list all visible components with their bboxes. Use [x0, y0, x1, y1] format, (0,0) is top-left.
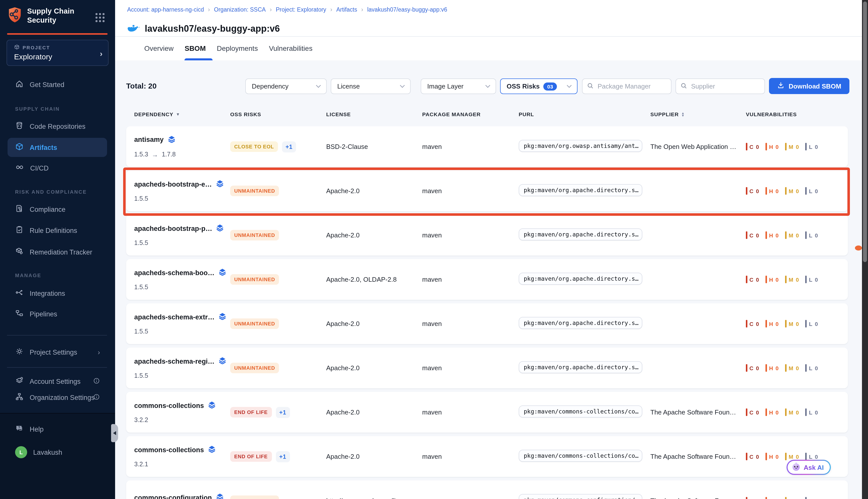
- license-filter-dropdown[interactable]: License: [331, 78, 411, 94]
- layers-icon[interactable]: [208, 401, 216, 410]
- layers-icon[interactable]: [168, 135, 175, 144]
- table-row[interactable]: commons-collections 3.2.1 END OF LIFE+1 …: [126, 436, 848, 477]
- table-row[interactable]: commons-configuration UNMAINTAINED http:…: [126, 480, 848, 499]
- repository-icon: [15, 121, 24, 131]
- breadcrumb-organization[interactable]: Organization: SSCA: [214, 7, 266, 13]
- svg-text:?: ?: [18, 426, 20, 429]
- ask-ai-button[interactable]: Ask AI: [787, 460, 831, 475]
- filter-count-badge: 03: [543, 82, 557, 90]
- column-dependency[interactable]: DEPENDENCY▼: [134, 111, 230, 117]
- severity-medium-count: M0: [785, 143, 799, 150]
- severity-high-count: H0: [766, 320, 779, 328]
- purl-pill[interactable]: pkg:maven/org.apache.directory.s…: [519, 228, 642, 240]
- tab-sbom[interactable]: SBOM: [185, 44, 206, 52]
- layers-icon[interactable]: [208, 445, 216, 454]
- purl-pill[interactable]: pkg:maven/org.apache.directory.s…: [519, 317, 642, 329]
- breadcrumb-project[interactable]: Project: Exploratory: [276, 7, 326, 13]
- purl-pill[interactable]: pkg:maven/commons-collections/co…: [519, 405, 642, 417]
- dependency-cell: commons-configuration: [134, 493, 230, 499]
- risk-badge-unmaintained: UNMAINTAINED: [230, 318, 279, 329]
- purl-pill[interactable]: pkg:maven/org.owasp.antisamy/ant…: [519, 139, 642, 152]
- purl-pill[interactable]: pkg:maven/commons-configuration/…: [519, 494, 642, 499]
- sidebar-item-rule-definitions[interactable]: Rule Definitions: [8, 221, 107, 240]
- column-supplier[interactable]: SUPPLIER▲▼: [650, 111, 746, 117]
- vulnerabilities-cell: C0H0M0L0: [746, 187, 848, 195]
- purl-pill[interactable]: pkg:maven/org.apache.directory.s…: [519, 272, 642, 284]
- layers-icon[interactable]: [219, 312, 226, 321]
- dependency-filter-dropdown[interactable]: Dependency: [245, 78, 327, 94]
- severity-low-count: L0: [805, 453, 818, 460]
- sidebar-item-compliance[interactable]: Compliance: [8, 200, 107, 219]
- layers-icon[interactable]: [216, 493, 223, 499]
- sidebar-item-artifacts[interactable]: Artifacts: [8, 138, 107, 157]
- risk-badge-more[interactable]: +1: [282, 141, 296, 152]
- severity-low-count: L0: [805, 231, 818, 239]
- help-chat-icon: ?: [15, 424, 24, 434]
- table-row[interactable]: apacheds-schema-extr… 1.5.5 UNMAINTAINED…: [126, 303, 848, 344]
- tab-vulnerabilities[interactable]: Vulnerabilities: [269, 44, 312, 52]
- chevron-down-icon: [485, 85, 491, 88]
- vulnerabilities-cell: C0H0M0L0: [746, 276, 848, 283]
- sidebar-item-organization-settings[interactable]: Organization Settings: [8, 388, 107, 407]
- sidebar-item-remediation-tracker[interactable]: Remediation Tracker: [8, 242, 107, 261]
- chevron-down-icon: [400, 85, 405, 88]
- scrollbar-track[interactable]: [862, 0, 868, 499]
- risk-badge-more[interactable]: +1: [276, 451, 290, 462]
- oss-risks-cell: CLOSE TO EOL+1: [230, 141, 326, 152]
- risk-badge-more[interactable]: +1: [276, 407, 290, 418]
- sidebar-item-integrations[interactable]: Integrations: [8, 284, 107, 303]
- sidebar-item-code-repositories[interactable]: Code Repositories: [8, 117, 107, 136]
- purl-pill[interactable]: pkg:maven/org.apache.directory.s…: [519, 184, 642, 196]
- project-selector[interactable]: PROJECT Exploratory ›: [7, 40, 109, 66]
- download-sbom-button[interactable]: Download SBOM: [769, 78, 850, 94]
- table-row[interactable]: apacheds-bootstrap-e… 1.5.5 UNMAINTAINED…: [126, 171, 848, 211]
- dependency-version: 1.5.5: [134, 328, 230, 335]
- dependency-name: commons-collections: [134, 402, 204, 409]
- severity-critical-count: C0: [746, 231, 759, 239]
- cube-icon: [14, 44, 20, 51]
- sidebar: Supply Chain Security PROJECT Explorator…: [0, 0, 115, 499]
- breadcrumb: Account: app-harness-ng-cicd› Organizati…: [127, 6, 447, 13]
- column-vulnerabilities: VULNERABILITIES: [746, 111, 848, 117]
- risk-badge-endoflife: END OF LIFE: [230, 451, 272, 462]
- layers-icon[interactable]: [216, 224, 224, 233]
- purl-pill[interactable]: pkg:maven/commons-collections/co…: [519, 449, 642, 462]
- tab-overview[interactable]: Overview: [144, 44, 174, 52]
- layers-icon[interactable]: [219, 357, 226, 366]
- severity-critical-count: C0: [746, 453, 759, 460]
- layers-icon[interactable]: [219, 268, 226, 277]
- severity-medium-count: M0: [785, 497, 799, 499]
- breadcrumb-artifact-name[interactable]: lavakush07/easy-buggy-app:v6: [367, 7, 447, 13]
- info-icon[interactable]: [93, 377, 100, 386]
- table-row[interactable]: commons-collections 3.2.2 END OF LIFE+1 …: [126, 392, 848, 433]
- license-cell: Apache-2.0: [326, 409, 422, 416]
- sidebar-item-pipelines[interactable]: Pipelines: [8, 304, 107, 324]
- breadcrumb-account[interactable]: Account: app-harness-ng-cicd: [127, 7, 204, 13]
- column-purl: PURL: [519, 111, 650, 117]
- sidebar-item-user[interactable]: L Lavakush: [8, 443, 107, 462]
- oss-risks-cell: END OF LIFE+1: [230, 407, 326, 418]
- package-manager-search-input[interactable]: [596, 82, 667, 90]
- sidebar-item-cicd[interactable]: CI/CD: [8, 158, 107, 178]
- severity-critical-count: C0: [746, 364, 759, 372]
- breadcrumb-artifacts[interactable]: Artifacts: [336, 7, 357, 13]
- scrollbar-thumb[interactable]: [863, 1, 867, 262]
- sidebar-item-project-settings[interactable]: Project Settings ›: [8, 343, 107, 362]
- image-layer-filter-dropdown[interactable]: Image Layer: [421, 78, 496, 94]
- oss-risks-filter-dropdown[interactable]: OSS Risks 03: [500, 78, 578, 94]
- sidebar-collapse-handle[interactable]: [111, 424, 118, 442]
- layers-icon[interactable]: [216, 180, 223, 188]
- purl-pill[interactable]: pkg:maven/org.apache.directory.s…: [519, 361, 642, 373]
- table-row[interactable]: apacheds-schema-regi… 1.5.5 UNMAINTAINED…: [126, 348, 848, 388]
- table-row[interactable]: apacheds-schema-boo… 1.5.5 UNMAINTAINED …: [126, 259, 848, 300]
- severity-high-count: H0: [766, 453, 779, 460]
- package-manager-cell: maven: [422, 187, 519, 195]
- sidebar-item-get-started[interactable]: Get Started: [8, 75, 107, 94]
- supplier-search-input[interactable]: [690, 82, 760, 90]
- app-switcher-grid-icon[interactable]: [96, 13, 104, 22]
- table-row[interactable]: antisamy 1.5.3→1.7.8 CLOSE TO EOL+1 BSD-…: [126, 126, 848, 167]
- info-icon[interactable]: [93, 393, 100, 402]
- table-row[interactable]: apacheds-bootstrap-p… 1.5.5 UNMAINTAINED…: [126, 215, 848, 256]
- sidebar-item-help[interactable]: ? Help: [8, 419, 107, 439]
- tab-deployments[interactable]: Deployments: [217, 44, 258, 52]
